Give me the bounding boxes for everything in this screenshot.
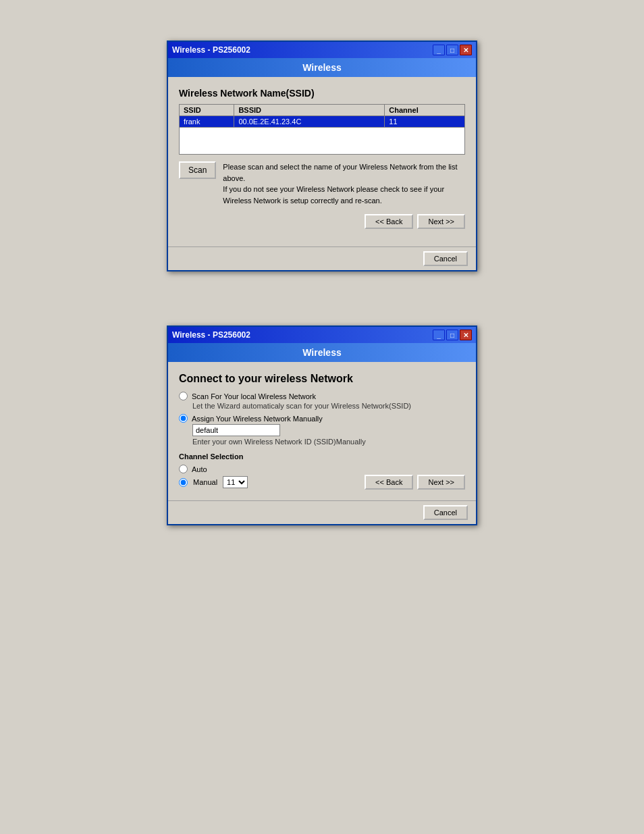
title-bar-1: Wireless - PS256002 _ □ ✕ — [168, 42, 476, 58]
scan-text: Please scan and select the name of your … — [223, 161, 465, 206]
table-row[interactable]: frank 00.0E.2E.41.23.4C 11 — [180, 116, 465, 128]
radio-channel-auto[interactable] — [179, 465, 188, 473]
title-bar-2: Wireless - PS256002 _ □ ✕ — [168, 327, 476, 343]
next-button-2[interactable]: Next >> — [417, 475, 465, 490]
col-channel: Channel — [385, 105, 465, 116]
window1: Wireless - PS256002 _ □ ✕ Wireless Wirel… — [167, 41, 477, 271]
cancel-row-1: Cancel — [168, 246, 476, 270]
col-ssid: SSID — [180, 105, 234, 116]
radio-manual[interactable] — [179, 414, 188, 423]
channel-manual-row: Manual 11 1 2 3 4 5 6 7 8 9 10 12 13 — [179, 475, 465, 490]
cell-bssid: 00.0E.2E.41.23.4C — [234, 116, 385, 128]
minimize-button-2[interactable]: _ — [433, 330, 445, 340]
radio-channel-manual[interactable] — [179, 478, 188, 487]
nav-row-1: << Back Next >> — [179, 214, 465, 229]
cancel-button-1[interactable]: Cancel — [423, 251, 468, 266]
window-body-1: Wireless Network Name(SSID) SSID BSSID C… — [168, 77, 476, 246]
cancel-row-2: Cancel — [168, 500, 476, 524]
channel-section-label: Channel Selection — [179, 452, 465, 461]
close-button-1[interactable]: ✕ — [460, 45, 472, 55]
radio-manual-row: Assign Your Wireless Network Manually — [179, 414, 465, 423]
radio-scan-row: Scan For Your local Wireless Network — [179, 392, 465, 400]
title-bar-label-2: Wireless - PS256002 — [172, 330, 250, 340]
back-button-2[interactable]: << Back — [365, 475, 413, 490]
title-bar-buttons-2: _ □ ✕ — [433, 330, 472, 340]
table-row-empty — [180, 128, 465, 155]
window-body-2: Connect to your wireless Network Scan Fo… — [168, 362, 476, 500]
section-title-1: Wireless Network Name(SSID) — [179, 88, 465, 99]
next-button-1[interactable]: Next >> — [417, 214, 465, 229]
connect-title: Connect to your wireless Network — [179, 373, 465, 385]
close-button-2[interactable]: ✕ — [460, 330, 472, 340]
header-label-2: Wireless — [302, 347, 341, 358]
radio-scan-sub: Let the Wizard automaticaly scan for you… — [192, 402, 465, 410]
maximize-button-2[interactable]: □ — [446, 330, 458, 340]
window-header-1: Wireless — [168, 58, 476, 77]
scan-button[interactable]: Scan — [179, 161, 216, 179]
scan-text-line1: Please scan and select the name of your … — [223, 163, 457, 182]
nav-buttons-2: << Back Next >> — [253, 475, 465, 490]
cell-channel: 11 — [385, 116, 465, 128]
manual-sub-text: Enter your own Wireless Network ID (SSID… — [192, 438, 465, 446]
title-bar-label-1: Wireless - PS256002 — [172, 45, 250, 55]
ssid-input[interactable] — [192, 424, 280, 436]
window-header-2: Wireless — [168, 343, 476, 362]
network-table: SSID BSSID Channel frank 00.0E.2E.41.23.… — [179, 104, 465, 155]
channel-manual-label[interactable]: Manual — [193, 478, 217, 486]
scan-text-line2: If you do not see your Wireless Network … — [223, 185, 444, 205]
radio-manual-label[interactable]: Assign Your Wireless Network Manually — [192, 415, 323, 423]
minimize-button-1[interactable]: _ — [433, 45, 445, 55]
channel-section: Channel Selection Auto Manual 11 1 2 3 4… — [179, 452, 465, 490]
cell-ssid: frank — [180, 116, 234, 128]
scan-row: Scan Please scan and select the name of … — [179, 161, 465, 206]
window2: Wireless - PS256002 _ □ ✕ Wireless Conne… — [167, 325, 477, 525]
channel-auto-row: Auto — [179, 465, 465, 473]
maximize-button-1[interactable]: □ — [446, 45, 458, 55]
channel-auto-label[interactable]: Auto — [192, 465, 207, 473]
channel-select[interactable]: 11 1 2 3 4 5 6 7 8 9 10 12 13 — [223, 476, 248, 488]
header-label-1: Wireless — [302, 62, 341, 73]
cancel-button-2[interactable]: Cancel — [423, 505, 468, 520]
radio-scan-label[interactable]: Scan For Your local Wireless Network — [192, 392, 316, 400]
radio-scan[interactable] — [179, 392, 188, 400]
back-button-1[interactable]: << Back — [365, 214, 413, 229]
title-bar-buttons-1: _ □ ✕ — [433, 45, 472, 55]
col-bssid: BSSID — [234, 105, 385, 116]
